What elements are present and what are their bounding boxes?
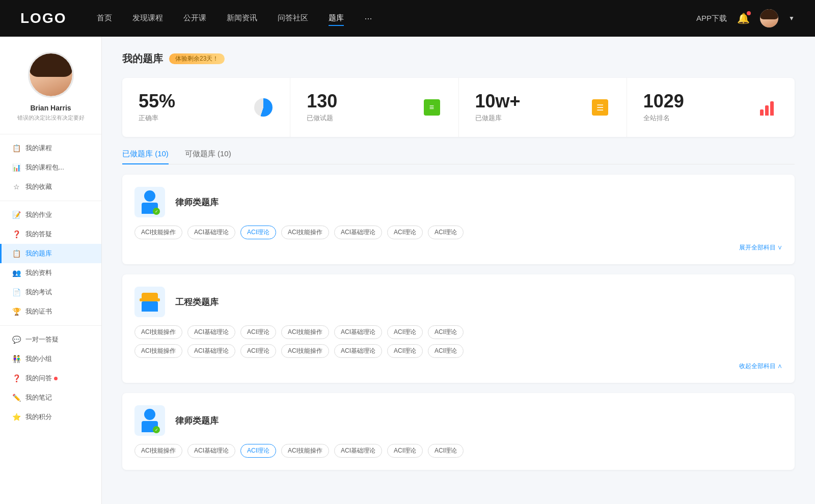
eng-tag-skill-1[interactable]: ACI技能操作: [134, 325, 182, 339]
nav-link-news[interactable]: 新闻资讯: [227, 11, 257, 26]
notes-icon: ✏️: [12, 394, 20, 402]
eng-tag-theory-2[interactable]: ACI理论: [387, 325, 423, 339]
tag-aci-theory-2[interactable]: ACI理论: [387, 226, 423, 239]
eng-tag-skill-3[interactable]: ACI技能操作: [134, 344, 182, 358]
sidebar-label-group: 我的小组: [25, 354, 52, 363]
qbank-icon: 📋: [12, 249, 20, 258]
tag-aci-skill-2[interactable]: ACI技能操作: [281, 226, 329, 239]
sidebar-item-notes[interactable]: ✏️ 我的笔记: [0, 388, 101, 407]
qbank-tags-lawyer-2: ACI技能操作 ACI基础理论 ACI理论 ACI技能操作 ACI基础理论 AC…: [134, 444, 782, 458]
nav-link-open[interactable]: 公开课: [183, 11, 206, 26]
lawyer-icon-1: ✓: [142, 190, 158, 214]
sidebar-item-one-on-one[interactable]: 💬 一对一答疑: [0, 330, 101, 349]
sidebar-item-my-qa[interactable]: ❓ 我的问答: [0, 369, 101, 388]
tag-aci-theory-1-active[interactable]: ACI理论: [240, 226, 276, 239]
group-icon: 👫: [12, 355, 20, 363]
tag-aci-theory-3[interactable]: ACI理论: [428, 226, 464, 239]
tab-available-banks[interactable]: 可做题库 (10): [185, 149, 231, 164]
nav-bell[interactable]: 🔔: [737, 12, 750, 24]
sidebar-item-homework[interactable]: 📝 我的作业: [0, 205, 101, 225]
certificate-icon: 🏆: [12, 307, 20, 316]
eng-body: [142, 301, 158, 312]
sidebar-item-qbank[interactable]: 📋 我的题库: [0, 244, 101, 263]
qbank-icon-wrap-lawyer-2: ✓: [134, 405, 165, 436]
qbank-name-lawyer-1: 律师类题库: [175, 197, 219, 208]
sidebar-item-questions[interactable]: ❓ 我的答疑: [0, 225, 101, 244]
sidebar-label-certificate: 我的证书: [25, 307, 52, 316]
eng-tag-basic-2[interactable]: ACI基础理论: [334, 325, 382, 339]
sidebar-item-group[interactable]: 👫 我的小组: [0, 349, 101, 369]
tag-l2-basic-2[interactable]: ACI基础理论: [334, 444, 382, 458]
stat-info-site-rank: 1029 全站排名: [643, 92, 750, 123]
eng-tag-theory-1[interactable]: ACI理论: [240, 325, 276, 339]
eng-tag-theory-5[interactable]: ACI理论: [387, 344, 423, 358]
tag-l2-skill-1[interactable]: ACI技能操作: [134, 444, 182, 458]
eng-tag-basic-4[interactable]: ACI基础理论: [334, 344, 382, 358]
lawyer-body: ✓: [142, 203, 158, 214]
eng-tag-theory-3[interactable]: ACI理论: [428, 325, 464, 339]
tag-l2-theory-active[interactable]: ACI理论: [240, 444, 276, 458]
tag-aci-skill-1[interactable]: ACI技能操作: [134, 226, 182, 239]
sidebar-item-profile[interactable]: 👥 我的资料: [0, 263, 101, 283]
qbank-tags-engineer-row1: ACI技能操作 ACI基础理论 ACI理论 ACI技能操作 ACI基础理论 AC…: [134, 325, 782, 339]
nav-app-download[interactable]: APP下载: [696, 14, 727, 23]
sidebar-item-certificate[interactable]: 🏆 我的证书: [0, 302, 101, 321]
nav-avatar[interactable]: [760, 9, 778, 27]
stat-icon-site-rank: [758, 97, 778, 118]
lawyer-head-2: [144, 409, 155, 420]
eng-tag-skill-2[interactable]: ACI技能操作: [281, 325, 329, 339]
nav-logo: LOGO: [20, 10, 66, 26]
tag-l2-theory-2[interactable]: ACI理论: [387, 444, 423, 458]
eng-tag-theory-4[interactable]: ACI理论: [240, 344, 276, 358]
sidebar-item-favorites[interactable]: ☆ 我的收藏: [0, 177, 101, 197]
nav-links: 首页 发现课程 公开课 新闻资讯 问答社区 题库 ···: [97, 11, 696, 26]
tag-l2-theory-3[interactable]: ACI理论: [428, 444, 464, 458]
sidebar-label-favorites: 我的收藏: [25, 182, 52, 191]
tab-done-banks[interactable]: 已做题库 (10): [122, 149, 169, 164]
lawyer-icon-2: ✓: [142, 409, 158, 432]
sidebar-label-profile: 我的资料: [25, 268, 52, 277]
qbank-card-lawyer-1: ✓ 律师类题库 ACI技能操作 ACI基础理论 ACI理论 ACI技能操作 AC…: [122, 175, 795, 264]
exams-icon: 📄: [12, 288, 20, 296]
tag-aci-basic-1[interactable]: ACI基础理论: [187, 226, 235, 239]
nav-more[interactable]: ···: [364, 11, 372, 26]
page-header: 我的题库 体验剩余23天！: [122, 52, 795, 66]
sidebar-motto: 错误的决定比没有决定要好: [10, 114, 91, 122]
sidebar-divider-2: [0, 325, 101, 326]
sidebar-item-exams[interactable]: 📄 我的考试: [0, 283, 101, 302]
homework-icon: 📝: [12, 211, 20, 219]
collapse-link-engineer[interactable]: 收起全部科目 ∧: [134, 362, 782, 371]
lawyer-head: [144, 190, 155, 202]
nav-link-discover[interactable]: 发现课程: [132, 11, 163, 26]
bar-chart-icon: [760, 99, 776, 116]
one-on-one-icon: 💬: [12, 335, 20, 344]
eng-hat: [142, 293, 158, 300]
nav-link-qbank[interactable]: 题库: [329, 11, 344, 26]
sidebar: Brian Harris 错误的决定比没有决定要好 📋 我的课程 📊 我的课程包…: [0, 37, 102, 504]
lawyer-badge-2: ✓: [153, 426, 160, 433]
nav-link-home[interactable]: 首页: [97, 11, 112, 26]
my-qa-icon: ❓: [12, 374, 20, 382]
lawyer-body-2: ✓: [142, 421, 158, 432]
tag-l2-skill-2[interactable]: ACI技能操作: [281, 444, 329, 458]
expand-link-lawyer-1[interactable]: 展开全部科目 ∨: [134, 243, 782, 252]
sidebar-item-course-package[interactable]: 📊 我的课程包...: [0, 158, 101, 177]
eng-tag-basic-3[interactable]: ACI基础理论: [187, 344, 235, 358]
tag-aci-basic-2[interactable]: ACI基础理论: [334, 226, 382, 239]
bar-1: [760, 109, 764, 116]
sidebar-item-points[interactable]: ⭐ 我的积分: [0, 407, 101, 427]
sidebar-item-my-courses[interactable]: 📋 我的课程: [0, 138, 101, 158]
sidebar-label-questions: 我的答疑: [25, 230, 52, 239]
stat-label-site-rank: 全站排名: [643, 114, 750, 123]
nav-link-qa[interactable]: 问答社区: [278, 11, 308, 26]
nav-dropdown-arrow[interactable]: ▼: [789, 15, 795, 22]
eng-tag-skill-4[interactable]: ACI技能操作: [281, 344, 329, 358]
stat-number-site-rank: 1029: [643, 92, 750, 110]
tag-l2-basic-1[interactable]: ACI基础理论: [187, 444, 235, 458]
navbar: LOGO 首页 发现课程 公开课 新闻资讯 问答社区 题库 ··· APP下载 …: [0, 0, 815, 37]
favorites-icon: ☆: [12, 183, 20, 191]
eng-tag-theory-6[interactable]: ACI理论: [428, 344, 464, 358]
eng-tag-basic-1[interactable]: ACI基础理论: [187, 325, 235, 339]
qbank-header-engineer: 工程类题库: [134, 287, 782, 317]
engineer-icon: [142, 293, 158, 312]
